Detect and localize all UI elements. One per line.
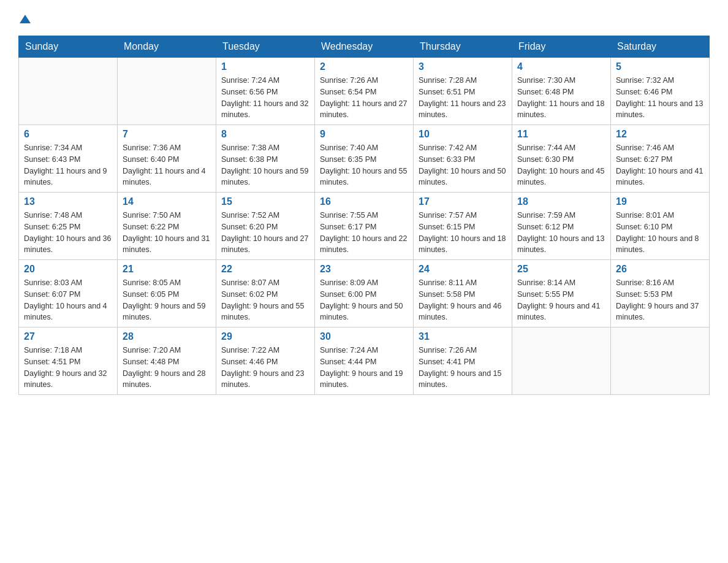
day-number: 11 xyxy=(517,129,605,140)
day-number: 18 xyxy=(517,196,605,207)
day-number: 24 xyxy=(419,264,507,275)
day-info: Sunrise: 7:42 AMSunset: 6:33 PMDaylight:… xyxy=(419,142,507,188)
day-number: 30 xyxy=(320,331,408,342)
day-of-week-header: Tuesday xyxy=(216,36,315,58)
day-info: Sunrise: 7:26 AMSunset: 4:41 PMDaylight:… xyxy=(419,345,507,391)
calendar-week-row: 27Sunrise: 7:18 AMSunset: 4:51 PMDayligh… xyxy=(19,327,710,395)
day-info: Sunrise: 7:57 AMSunset: 6:15 PMDaylight:… xyxy=(419,210,507,256)
day-info: Sunrise: 7:26 AMSunset: 6:54 PMDaylight:… xyxy=(320,75,408,121)
calendar-cell: 23Sunrise: 8:09 AMSunset: 6:00 PMDayligh… xyxy=(315,260,414,327)
day-info: Sunrise: 8:03 AMSunset: 6:07 PMDaylight:… xyxy=(24,277,112,323)
day-info: Sunrise: 8:11 AMSunset: 5:58 PMDaylight:… xyxy=(419,277,507,323)
logo xyxy=(18,12,32,23)
day-number: 29 xyxy=(221,331,309,342)
calendar-cell: 21Sunrise: 8:05 AMSunset: 6:05 PMDayligh… xyxy=(118,260,216,327)
calendar-cell: 3Sunrise: 7:28 AMSunset: 6:51 PMDaylight… xyxy=(414,58,512,125)
svg-marker-0 xyxy=(20,15,31,23)
day-info: Sunrise: 8:16 AMSunset: 5:53 PMDaylight:… xyxy=(616,277,704,323)
calendar-cell: 7Sunrise: 7:36 AMSunset: 6:40 PMDaylight… xyxy=(118,125,216,193)
calendar-cell: 9Sunrise: 7:40 AMSunset: 6:35 PMDaylight… xyxy=(315,125,414,193)
day-number: 21 xyxy=(123,264,211,275)
calendar-cell: 26Sunrise: 8:16 AMSunset: 5:53 PMDayligh… xyxy=(611,260,710,327)
calendar-cell: 31Sunrise: 7:26 AMSunset: 4:41 PMDayligh… xyxy=(414,327,512,395)
calendar-cell: 14Sunrise: 7:50 AMSunset: 6:22 PMDayligh… xyxy=(118,193,216,260)
calendar-cell xyxy=(19,58,118,125)
day-info: Sunrise: 7:46 AMSunset: 6:27 PMDaylight:… xyxy=(616,142,704,188)
calendar-week-row: 20Sunrise: 8:03 AMSunset: 6:07 PMDayligh… xyxy=(19,260,710,327)
calendar-cell: 16Sunrise: 7:55 AMSunset: 6:17 PMDayligh… xyxy=(315,193,414,260)
day-info: Sunrise: 8:01 AMSunset: 6:10 PMDaylight:… xyxy=(616,210,704,256)
day-info: Sunrise: 7:30 AMSunset: 6:48 PMDaylight:… xyxy=(517,75,605,121)
page-header xyxy=(18,12,710,23)
day-number: 19 xyxy=(616,196,704,207)
day-number: 8 xyxy=(221,129,309,140)
day-info: Sunrise: 7:55 AMSunset: 6:17 PMDaylight:… xyxy=(320,210,408,256)
day-number: 27 xyxy=(24,331,112,342)
day-of-week-header: Friday xyxy=(512,36,611,58)
logo-triangle-icon xyxy=(18,12,32,26)
day-number: 14 xyxy=(123,196,211,207)
calendar-cell: 13Sunrise: 7:48 AMSunset: 6:25 PMDayligh… xyxy=(19,193,118,260)
day-number: 13 xyxy=(24,196,112,207)
calendar-cell: 2Sunrise: 7:26 AMSunset: 6:54 PMDaylight… xyxy=(315,58,414,125)
calendar-cell: 30Sunrise: 7:24 AMSunset: 4:44 PMDayligh… xyxy=(315,327,414,395)
day-info: Sunrise: 7:22 AMSunset: 4:46 PMDaylight:… xyxy=(221,345,309,391)
day-info: Sunrise: 7:24 AMSunset: 4:44 PMDaylight:… xyxy=(320,345,408,391)
day-info: Sunrise: 7:40 AMSunset: 6:35 PMDaylight:… xyxy=(320,142,408,188)
calendar-cell: 19Sunrise: 8:01 AMSunset: 6:10 PMDayligh… xyxy=(611,193,710,260)
calendar-cell: 25Sunrise: 8:14 AMSunset: 5:55 PMDayligh… xyxy=(512,260,611,327)
day-number: 31 xyxy=(419,331,507,342)
day-number: 6 xyxy=(24,129,112,140)
day-number: 28 xyxy=(123,331,211,342)
day-number: 22 xyxy=(221,264,309,275)
calendar-cell xyxy=(611,327,710,395)
day-number: 2 xyxy=(320,61,408,72)
day-info: Sunrise: 7:38 AMSunset: 6:38 PMDaylight:… xyxy=(221,142,309,188)
day-number: 1 xyxy=(221,61,309,72)
day-info: Sunrise: 7:32 AMSunset: 6:46 PMDaylight:… xyxy=(616,75,704,121)
day-number: 5 xyxy=(616,61,704,72)
day-info: Sunrise: 7:20 AMSunset: 4:48 PMDaylight:… xyxy=(123,345,211,391)
calendar-cell: 6Sunrise: 7:34 AMSunset: 6:43 PMDaylight… xyxy=(19,125,118,193)
calendar-cell: 1Sunrise: 7:24 AMSunset: 6:56 PMDaylight… xyxy=(216,58,315,125)
day-info: Sunrise: 7:18 AMSunset: 4:51 PMDaylight:… xyxy=(24,345,112,391)
calendar-cell: 28Sunrise: 7:20 AMSunset: 4:48 PMDayligh… xyxy=(118,327,216,395)
calendar-cell: 17Sunrise: 7:57 AMSunset: 6:15 PMDayligh… xyxy=(414,193,512,260)
calendar-cell: 22Sunrise: 8:07 AMSunset: 6:02 PMDayligh… xyxy=(216,260,315,327)
day-info: Sunrise: 7:24 AMSunset: 6:56 PMDaylight:… xyxy=(221,75,309,121)
calendar-cell: 8Sunrise: 7:38 AMSunset: 6:38 PMDaylight… xyxy=(216,125,315,193)
day-number: 3 xyxy=(419,61,507,72)
day-info: Sunrise: 7:36 AMSunset: 6:40 PMDaylight:… xyxy=(123,142,211,188)
day-number: 15 xyxy=(221,196,309,207)
day-info: Sunrise: 7:50 AMSunset: 6:22 PMDaylight:… xyxy=(123,210,211,256)
day-info: Sunrise: 8:05 AMSunset: 6:05 PMDaylight:… xyxy=(123,277,211,323)
day-number: 26 xyxy=(616,264,704,275)
day-number: 23 xyxy=(320,264,408,275)
day-of-week-header: Wednesday xyxy=(315,36,414,58)
day-info: Sunrise: 8:14 AMSunset: 5:55 PMDaylight:… xyxy=(517,277,605,323)
day-number: 17 xyxy=(419,196,507,207)
calendar-table: SundayMondayTuesdayWednesdayThursdayFrid… xyxy=(18,36,710,395)
day-number: 9 xyxy=(320,129,408,140)
day-of-week-header: Thursday xyxy=(414,36,512,58)
calendar-cell: 20Sunrise: 8:03 AMSunset: 6:07 PMDayligh… xyxy=(19,260,118,327)
day-info: Sunrise: 7:28 AMSunset: 6:51 PMDaylight:… xyxy=(419,75,507,121)
calendar-cell: 12Sunrise: 7:46 AMSunset: 6:27 PMDayligh… xyxy=(611,125,710,193)
calendar-cell: 15Sunrise: 7:52 AMSunset: 6:20 PMDayligh… xyxy=(216,193,315,260)
calendar-cell: 29Sunrise: 7:22 AMSunset: 4:46 PMDayligh… xyxy=(216,327,315,395)
day-number: 10 xyxy=(419,129,507,140)
day-info: Sunrise: 7:52 AMSunset: 6:20 PMDaylight:… xyxy=(221,210,309,256)
day-number: 7 xyxy=(123,129,211,140)
day-number: 4 xyxy=(517,61,605,72)
day-info: Sunrise: 8:07 AMSunset: 6:02 PMDaylight:… xyxy=(221,277,309,323)
day-info: Sunrise: 7:34 AMSunset: 6:43 PMDaylight:… xyxy=(24,142,112,188)
calendar-cell xyxy=(512,327,611,395)
day-of-week-header: Saturday xyxy=(611,36,710,58)
calendar-cell: 5Sunrise: 7:32 AMSunset: 6:46 PMDaylight… xyxy=(611,58,710,125)
calendar-cell xyxy=(118,58,216,125)
day-of-week-header: Sunday xyxy=(19,36,118,58)
calendar-cell: 10Sunrise: 7:42 AMSunset: 6:33 PMDayligh… xyxy=(414,125,512,193)
calendar-cell: 18Sunrise: 7:59 AMSunset: 6:12 PMDayligh… xyxy=(512,193,611,260)
day-info: Sunrise: 7:59 AMSunset: 6:12 PMDaylight:… xyxy=(517,210,605,256)
calendar-cell: 11Sunrise: 7:44 AMSunset: 6:30 PMDayligh… xyxy=(512,125,611,193)
